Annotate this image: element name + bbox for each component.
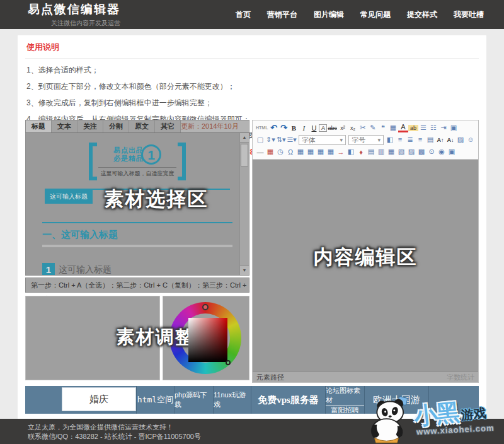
nav-item[interactable]: 图片编辑 xyxy=(314,9,344,20)
material-tabs: 标题文本关注分割原文其它 xyxy=(26,120,181,132)
nav-item[interactable]: 首页 xyxy=(236,9,251,20)
nav-item[interactable]: 我要吐槽 xyxy=(454,9,484,20)
toolbar-icon[interactable]: ◧ xyxy=(346,148,356,156)
toolbar-icon[interactable]: A↓ xyxy=(445,137,455,143)
template-label-title[interactable]: 这可输入标题 xyxy=(45,189,230,202)
toolbar-icon[interactable]: U xyxy=(309,124,319,132)
toolbar-icon[interactable]: ◉ xyxy=(437,148,447,156)
toolbar-icon[interactable]: ⇅▾ xyxy=(276,136,287,144)
material-edit-box[interactable] xyxy=(25,296,160,380)
toolbar-icon[interactable]: B xyxy=(289,124,299,132)
toolbar-icon[interactable]: ab xyxy=(408,125,418,131)
material-tab[interactable]: 原文 xyxy=(129,120,155,132)
toolbar-icon[interactable]: ▩ xyxy=(416,148,427,156)
hue-indicator-icon[interactable] xyxy=(202,304,209,310)
toolbar-icon[interactable]: x₂ xyxy=(348,125,358,131)
toolbar-icon[interactable]: ☺ xyxy=(466,136,476,144)
toolbar-icon[interactable]: ▤ xyxy=(366,148,376,156)
color-picker[interactable] xyxy=(163,296,249,380)
nav-item[interactable]: 营销平台 xyxy=(267,9,297,20)
material-scrollbar[interactable]: ▲ ▼ xyxy=(239,133,249,275)
ad-link-europe-tour[interactable]: 欧洲十国游 xyxy=(364,386,428,414)
material-selection-area[interactable]: 易点出品 必是精品 1 这里可输入标题，自适应宽度 这可输入标题 一、这可输入 xyxy=(25,133,249,276)
usage-line-2: 2、到页面左下部分，修改文本和颜色（部分元素不能更改）； xyxy=(26,81,478,92)
scrollbar-thumb[interactable] xyxy=(241,144,248,166)
toolbar-icon[interactable]: ↶ xyxy=(268,123,278,132)
toolbar-icon[interactable]: A xyxy=(398,124,408,132)
toolbar-icon[interactable]: ↷ xyxy=(278,123,289,132)
bracket-right-icon xyxy=(178,143,186,180)
toolbar-icon[interactable]: ✂ xyxy=(358,124,368,132)
sv-indicator-icon[interactable] xyxy=(226,360,231,365)
toolbar-icon[interactable]: ◷ xyxy=(275,148,285,156)
material-tab[interactable]: 其它 xyxy=(155,120,181,132)
template-bracket-title[interactable]: 易点出品 必是精品 1 这里可输入标题，自适应宽度 xyxy=(89,143,186,180)
material-column: 标题文本关注分割原文其它 更新：2014年10月12日 易点出品 必是精品 1 xyxy=(25,120,249,380)
nav-item[interactable]: 提交样式 xyxy=(407,9,437,20)
toolbar-icon[interactable]: ▣ xyxy=(447,148,457,156)
toolbar-icon[interactable]: ✎ xyxy=(368,124,378,132)
site-logo[interactable]: 易点微信编辑器 xyxy=(28,1,120,18)
template-number-title[interactable]: 1 这可输入标题 xyxy=(42,263,232,276)
toolbar-icon[interactable]: x² xyxy=(338,125,348,131)
toolbar-icon[interactable]: → xyxy=(336,148,346,156)
toolbar-icon[interactable]: HTML xyxy=(255,126,268,130)
toolbar-icon[interactable]: ▦ xyxy=(316,148,326,156)
toolbar-icon[interactable]: ▦ xyxy=(326,148,336,156)
toolbar-icon[interactable]: ▧ xyxy=(396,148,406,156)
toolbar-icon[interactable]: ▦ xyxy=(306,148,316,156)
toolbar-icon[interactable]: ▦ xyxy=(295,148,306,156)
toolbar-icon[interactable]: ☰ xyxy=(418,124,428,132)
row2-case-icons: A↑A↓ xyxy=(435,137,455,143)
toolbar-icon[interactable]: ≡ xyxy=(415,136,425,144)
ad-link-html-space[interactable]: html空间 xyxy=(136,386,174,414)
circled-number-icon: 1 xyxy=(141,144,161,165)
toolbar-icon[interactable]: ⊙ xyxy=(427,148,437,156)
ad-link-wedding[interactable]: 婚庆 xyxy=(62,387,136,411)
scroll-up-icon[interactable]: ▲ xyxy=(240,133,249,143)
toolbar-icon[interactable]: A xyxy=(319,124,327,132)
scroll-down-icon[interactable]: ▼ xyxy=(240,266,249,275)
nav-item[interactable]: 常见问题 xyxy=(360,9,391,20)
toolbar-icon[interactable]: ♦ xyxy=(356,148,366,156)
toolbar-icon[interactable]: ≡ xyxy=(395,136,405,144)
toolbar-icon[interactable]: ❝ xyxy=(378,124,388,132)
saturation-square[interactable] xyxy=(188,318,227,362)
material-tab[interactable]: 分割 xyxy=(103,120,129,132)
toolbar-icon[interactable]: ▨ xyxy=(455,136,466,144)
toolbar-icon[interactable]: ⇥ xyxy=(438,124,449,132)
toolbar-icon[interactable]: — xyxy=(255,148,265,156)
editor-content-area[interactable]: 内容编辑区 xyxy=(253,160,478,371)
material-tab[interactable]: 文本 xyxy=(52,120,77,132)
toolbar-icon[interactable]: I xyxy=(299,124,309,132)
ad-link-forum-icons[interactable]: 论坛图标素材 xyxy=(326,386,364,406)
toolbar-icon[interactable]: ▥ xyxy=(376,148,386,156)
ad-link-php-source[interactable]: php源码下载 xyxy=(174,386,213,414)
ad-link-linux-games[interactable]: 11nux玩游戏 xyxy=(213,386,251,414)
font-family-select[interactable]: 字体▾ xyxy=(299,135,346,145)
toolbar-icon[interactable]: ☷ xyxy=(428,124,438,132)
toolbar-icon[interactable]: abc xyxy=(327,125,338,131)
ad-link-free-vps[interactable]: 免费vps服务器 xyxy=(251,386,325,414)
toolbar-icon[interactable]: ☰▾ xyxy=(287,136,297,144)
row2-align-icons: ◧≡≣≡▤ xyxy=(385,136,435,144)
material-tab[interactable]: 标题 xyxy=(26,120,52,132)
toolbar-icon[interactable]: ▣ xyxy=(449,124,459,132)
toolbar-row-1: HTML↶↷BIUAabcx²x₂✂✎❝▦Aab☰☷⇥▣ xyxy=(255,122,476,134)
ad-link-fuyang-jobs[interactable]: 富阳招聘 xyxy=(326,406,364,415)
toolbar-icon[interactable]: ▦ xyxy=(386,148,396,156)
toolbar-icon[interactable]: ▦ xyxy=(265,148,275,156)
template-heading-title[interactable]: 一、这可输入标题 xyxy=(42,222,232,247)
toolbar-icon[interactable]: ⇕▾ xyxy=(265,136,276,144)
toolbar-icon[interactable]: ▢ xyxy=(255,136,265,144)
toolbar-icon[interactable]: ▦ xyxy=(388,124,398,132)
material-tab[interactable]: 关注 xyxy=(77,120,103,132)
toolbar-icon[interactable]: ≣ xyxy=(405,136,415,144)
toolbar-icon[interactable]: ▤ xyxy=(425,136,435,144)
hue-wheel[interactable] xyxy=(169,302,241,374)
toolbar-icon[interactable]: ▨ xyxy=(406,148,416,156)
toolbar-icon[interactable]: ◧ xyxy=(385,136,395,144)
font-size-select[interactable]: 字号▾ xyxy=(348,135,384,145)
toolbar-icon[interactable]: A↑ xyxy=(435,137,445,143)
toolbar-icon[interactable]: Ω xyxy=(285,148,295,156)
